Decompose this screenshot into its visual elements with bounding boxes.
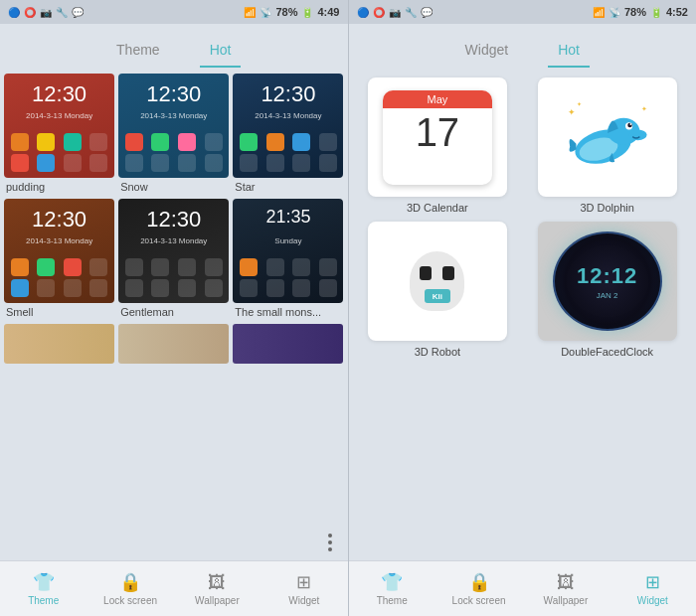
nav-theme-right[interactable]: 👕 Theme (349, 567, 435, 610)
clock-face: 12:12 JAN 2 (553, 231, 662, 331)
left-bottom-nav: 👕 Theme 🔒 Lock screen 🖼 Wallpaper ⊞ Widg… (0, 560, 348, 616)
dolphin-svg: ✦ ✦ ✦ (563, 95, 652, 180)
tab-widget-right[interactable]: Widget (455, 34, 519, 68)
widget-robot[interactable]: Kli 3D Robot (357, 222, 519, 358)
more-button[interactable] (318, 531, 342, 554)
theme-thumb-snow: 12:30 2014-3-13 Monday (118, 74, 229, 178)
battery-icon-left: 🔋 (301, 7, 313, 18)
more-dot-1 (328, 534, 332, 538)
right-top-tabs: Widget Hot (349, 24, 697, 68)
widget-calendar[interactable]: May 17 3D Calendar (357, 77, 519, 214)
widget-label-dolphin: 3D Dolphin (580, 202, 633, 214)
r-app-icon-2: ⭕ (373, 7, 385, 18)
nav-wallpaper-left[interactable]: 🖼 Wallpaper (174, 568, 261, 610)
tab-theme-left[interactable]: Theme (106, 34, 170, 68)
theme-pudding[interactable]: 12:30 2014-3-13 Monday pudding (4, 74, 114, 195)
theme-name-smell: Smell (4, 303, 114, 320)
preview-3[interactable] (233, 324, 343, 364)
svg-point-6 (629, 123, 631, 125)
svg-point-5 (627, 122, 632, 127)
left-top-tabs: Theme Hot (0, 24, 348, 68)
theme-star[interactable]: 12:30 2014-3-13 Monday Star (233, 74, 343, 195)
theme-thumb-monster: 21:35 Sunday (233, 199, 343, 303)
nav-widget-left[interactable]: ⊞ Widget (261, 567, 347, 610)
app-icon-5: 💬 (72, 7, 84, 18)
widget-thumb-dolphin: ✦ ✦ ✦ (538, 77, 677, 197)
time-left: 4:49 (317, 6, 339, 18)
theme-snow[interactable]: 12:30 2014-3-13 Monday Snow (118, 74, 229, 195)
wallpaper-nav-icon-left: 🖼 (208, 572, 226, 593)
theme-thumb-gentleman: 12:30 2014-3-13 Monday (118, 199, 229, 303)
tab-hot-right[interactable]: Hot (548, 34, 590, 68)
right-status-bar: 🔵 ⭕ 📷 🔧 💬 📶 📡 78% 🔋 4:52 (349, 0, 697, 24)
nav-theme-left[interactable]: 👕 Theme (0, 567, 87, 610)
more-dot-2 (328, 540, 332, 544)
theme-monster[interactable]: 21:35 Sunday The small mons... (233, 199, 343, 320)
cal-day: 17 (387, 112, 488, 152)
more-dot-3 (328, 547, 332, 551)
widget-label-robot: 3D Robot (415, 346, 460, 358)
widget-thumb-calendar: May 17 (368, 77, 507, 197)
clock-time-display: 12:12 (577, 263, 637, 289)
tab-hot-left[interactable]: Hot (200, 34, 242, 68)
nav-wallpaper-right[interactable]: 🖼 Wallpaper (522, 568, 609, 610)
widget-clock[interactable]: 12:12 JAN 2 DoubleFacedClock (526, 222, 688, 358)
theme-name-snow: Snow (118, 178, 229, 195)
theme-nav-icon-right: 👕 (381, 571, 403, 593)
nav-lock-right[interactable]: 🔒 Lock screen (435, 567, 522, 610)
theme-name-gentleman: Gentleman (118, 303, 229, 320)
theme-gentleman[interactable]: 12:30 2014-3-13 Monday Gentleman (118, 199, 229, 320)
widget-nav-icon-left: ⊞ (296, 571, 311, 593)
robot-eye-right (442, 266, 454, 280)
theme-thumb-pudding: 12:30 2014-3-13 Monday (4, 74, 114, 178)
svg-text:✦: ✦ (576, 100, 581, 107)
robot-eye-left (420, 266, 432, 280)
r-app-icon-3: 📷 (389, 7, 401, 18)
lock-nav-icon-left: 🔒 (119, 571, 141, 593)
left-panel: 🔵 ⭕ 📷 🔧 💬 📶 📡 78% 🔋 4:49 Theme Hot 12:30… (0, 0, 348, 616)
widget-dolphin[interactable]: ✦ ✦ ✦ 3D Dolphin (526, 77, 688, 214)
svg-point-3 (628, 129, 646, 140)
right-bottom-nav: 👕 Theme 🔒 Lock screen 🖼 Wallpaper ⊞ Widg… (349, 560, 697, 616)
svg-text:✦: ✦ (641, 103, 647, 112)
theme-smell[interactable]: 12:30 2014-3-13 Monday Smell (4, 199, 114, 320)
cal-month: May (383, 90, 492, 108)
signal-icon: 📡 (260, 7, 271, 18)
left-status-icons: 🔵 ⭕ 📷 🔧 💬 (8, 7, 84, 18)
nav-label-theme-left: Theme (28, 595, 59, 606)
robot-head: Kli (410, 251, 464, 311)
nav-label-wallpaper-left: Wallpaper (195, 595, 240, 606)
app-icon-2: ⭕ (24, 7, 36, 18)
r-signal-icon: 📡 (609, 7, 620, 18)
left-content: 12:30 2014-3-13 Monday pudding (0, 68, 348, 560)
left-status-bar: 🔵 ⭕ 📷 🔧 💬 📶 📡 78% 🔋 4:49 (0, 0, 348, 24)
robot-logo: Kli (425, 289, 450, 303)
right-panel: 🔵 ⭕ 📷 🔧 💬 📶 📡 78% 🔋 4:52 Widget Hot May (349, 0, 697, 616)
theme-name-monster: The small mons... (233, 303, 343, 320)
preview-1[interactable] (4, 324, 114, 364)
wifi-icon: 📶 (244, 7, 256, 18)
theme-nav-icon-left: 👕 (33, 571, 55, 593)
theme-name-star: Star (233, 178, 343, 195)
app-icon-3: 📷 (40, 7, 52, 18)
app-icon-4: 🔧 (56, 7, 68, 18)
clock-date-display: JAN 2 (577, 291, 637, 300)
preview-2[interactable] (118, 324, 229, 364)
widget-thumb-robot: Kli (368, 222, 507, 341)
r-app-icon-4: 🔧 (405, 7, 417, 18)
r-battery-icon: 🔋 (650, 7, 662, 18)
svg-text:✦: ✦ (567, 107, 575, 117)
nav-widget-right[interactable]: ⊞ Widget (609, 567, 696, 610)
widget-label-calendar: 3D Calendar (407, 202, 468, 214)
nav-label-lock-left: Lock screen (103, 595, 157, 606)
battery-pct-left: 78% (275, 6, 297, 18)
nav-label-wallpaper-right: Wallpaper (544, 595, 589, 606)
preview-row (4, 324, 344, 364)
nav-label-widget-left: Widget (288, 595, 319, 606)
right-status-icons: 🔵 ⭕ 📷 🔧 💬 (357, 7, 433, 18)
r-app-icon-5: 💬 (421, 7, 433, 18)
theme-grid: 12:30 2014-3-13 Monday pudding (4, 74, 344, 320)
r-app-icon-1: 🔵 (357, 7, 369, 18)
nav-lock-left[interactable]: 🔒 Lock screen (87, 567, 173, 610)
right-content: May 17 3D Calendar (349, 68, 697, 560)
